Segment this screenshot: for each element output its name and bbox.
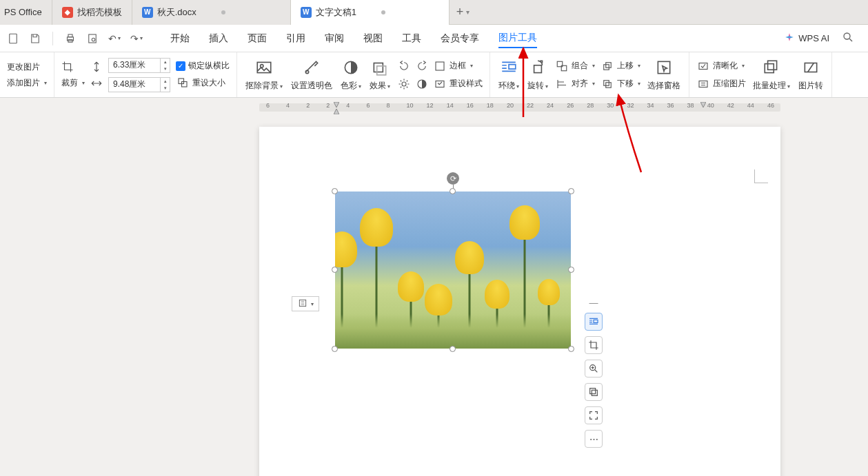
ruler-tick: 34 — [647, 102, 654, 109]
page[interactable]: ⟳ — [259, 127, 780, 476]
side-zoom-button[interactable] — [585, 360, 603, 377]
contrast-icon[interactable] — [415, 77, 429, 91]
rotate-handle[interactable]: ⟳ — [447, 172, 459, 185]
side-fullscreen-button[interactable] — [585, 406, 603, 424]
height-input[interactable]: 6.33厘米▴▾ — [108, 58, 170, 73]
clarity-button[interactable]: 清晰化▾ — [696, 59, 746, 73]
tab-label: 文字文稿1 — [316, 6, 356, 19]
height-icon — [90, 61, 103, 73]
reset-style-button[interactable]: 重设样式 — [433, 77, 483, 91]
svg-rect-20 — [534, 65, 542, 73]
search-icon[interactable] — [842, 31, 854, 45]
doc-tab-templates[interactable]: ◆ 找稻壳模板 — [52, 0, 132, 25]
ruler-tick: 38 — [687, 102, 694, 109]
resize-handle-se[interactable] — [568, 346, 574, 352]
compress-button[interactable]: 压缩图片 — [696, 77, 746, 91]
effect-button[interactable]: 效果▾ — [368, 58, 392, 92]
doc-tab-autumn[interactable]: W 秋天.docx — [132, 0, 291, 25]
resize-handle-sw[interactable] — [332, 346, 338, 352]
menu-tabs: 开始 插入 页面 引用 审阅 视图 工具 会员专享 图片工具 — [170, 29, 537, 48]
crop-tool-icon[interactable] — [61, 61, 85, 73]
reset-size-button[interactable]: 重设大小 — [176, 76, 230, 90]
rotate-left-icon[interactable] — [397, 59, 411, 73]
width-input[interactable]: 9.48厘米▴▾ — [108, 77, 170, 92]
move-down-button[interactable]: 下移▾ — [600, 77, 640, 91]
ruler-tick: 18 — [487, 102, 494, 109]
side-more-button[interactable]: ⋯ — [585, 430, 603, 448]
chevron-down-icon: ▾ — [311, 301, 314, 307]
align-button[interactable]: 对齐▾ — [555, 77, 595, 91]
menu-page[interactable]: 页面 — [248, 30, 267, 48]
brightness-icon[interactable] — [397, 77, 411, 91]
layout-options-button[interactable]: ▾ — [292, 296, 319, 311]
menu-start[interactable]: 开始 — [170, 30, 190, 48]
undo-icon[interactable]: ↶▾ — [108, 32, 121, 45]
preview-icon[interactable] — [86, 32, 99, 45]
height-value: 6.33厘米 — [113, 59, 145, 71]
lock-ratio-checkbox[interactable]: ✓锁定纵横比 — [176, 60, 230, 72]
resize-handle-w[interactable] — [332, 267, 338, 273]
word-icon: W — [142, 7, 153, 18]
file-icon[interactable] — [7, 32, 19, 45]
svg-rect-15 — [377, 66, 386, 75]
indent-marker[interactable] — [334, 102, 339, 107]
group-button[interactable]: 组合▾ — [555, 59, 595, 73]
menu-member[interactable]: 会员专享 — [441, 30, 479, 48]
indent-marker[interactable] — [334, 109, 339, 114]
menu-view[interactable]: 视图 — [363, 30, 383, 48]
save-icon[interactable] — [29, 32, 41, 45]
ribbon-group-crop: 裁剪▾ 6.33厘米▴▾ 9.48厘米▴▾ ✓锁定纵横比 重设大小 — [54, 52, 237, 97]
convert-icon — [801, 58, 820, 77]
crop-button[interactable]: 裁剪▾ — [61, 77, 85, 89]
menu-review[interactable]: 审阅 — [325, 30, 344, 48]
svg-rect-36 — [592, 390, 597, 395]
move-up-button[interactable]: 上移▾ — [600, 59, 640, 73]
menu-tools[interactable]: 工具 — [402, 30, 421, 48]
print-icon[interactable] — [64, 32, 77, 45]
svg-rect-24 — [606, 62, 612, 68]
menu-picture-tools[interactable]: 图片工具 — [498, 29, 537, 48]
resize-handle-ne[interactable] — [568, 188, 574, 194]
redo-icon[interactable]: ↷▾ — [130, 32, 143, 45]
resize-handle-nw[interactable] — [332, 188, 338, 194]
remove-bg-button[interactable]: 抠除背景▾ — [244, 58, 284, 92]
border-button[interactable]: 边框▾ — [433, 59, 473, 73]
side-crop-button[interactable] — [585, 336, 603, 354]
side-duplicate-button[interactable] — [585, 383, 603, 401]
new-tab-button[interactable]: + ▾ — [450, 5, 477, 19]
change-picture-button[interactable]: 更改图片 — [7, 61, 47, 73]
resize-handle-s[interactable] — [450, 346, 456, 352]
image-side-toolbar: — ⋯ — [585, 298, 603, 448]
chevron-down-icon: ▾ — [466, 8, 470, 16]
wps-ai-button[interactable]: WPS AI — [785, 32, 829, 44]
rotate-button[interactable]: 旋转▾ — [526, 58, 549, 92]
selected-image[interactable]: ⟳ — [335, 192, 571, 349]
color-button[interactable]: 色彩▾ — [339, 58, 363, 92]
collapse-icon[interactable]: — — [585, 298, 603, 307]
svg-rect-26 — [604, 80, 609, 85]
indent-marker[interactable] — [700, 102, 706, 107]
ribbon-group-adjust: 抠除背景▾ 设置透明色 色彩▾ 效果▾ 边框▾ 重设样式 — [237, 52, 490, 97]
rotate-right-icon[interactable] — [415, 59, 429, 73]
side-wrap-button[interactable] — [585, 313, 603, 331]
menu-insert[interactable]: 插入 — [209, 30, 228, 48]
horizontal-ruler[interactable]: 6422468101214161820222426283032343638404… — [259, 102, 780, 113]
app-tab[interactable]: PS Office — [0, 0, 52, 25]
resize-handle-e[interactable] — [568, 267, 574, 273]
convert-button[interactable]: 图片转 — [797, 58, 825, 92]
svg-line-7 — [849, 39, 852, 41]
selection-pane-button[interactable]: 选择窗格 — [646, 58, 682, 92]
menu-reference[interactable]: 引用 — [286, 30, 305, 48]
add-picture-button[interactable]: 添加图片▾ — [7, 77, 47, 89]
wrap-button[interactable]: 环绕▾ — [497, 58, 521, 92]
batch-button[interactable]: 批量处理▾ — [751, 58, 791, 92]
resize-handle-n[interactable] — [450, 188, 456, 194]
ruler-tick: 16 — [467, 102, 474, 109]
doc-tab-current[interactable]: W 文字文稿1 — [291, 0, 450, 25]
ribbon-group-change: 更改图片 添加图片▾ — [0, 52, 54, 97]
svg-rect-35 — [590, 389, 596, 394]
menu-right: WPS AI — [785, 31, 868, 45]
margin-corner — [754, 169, 768, 183]
set-transparent-button[interactable]: 设置透明色 — [290, 58, 334, 92]
svg-rect-16 — [436, 62, 444, 70]
